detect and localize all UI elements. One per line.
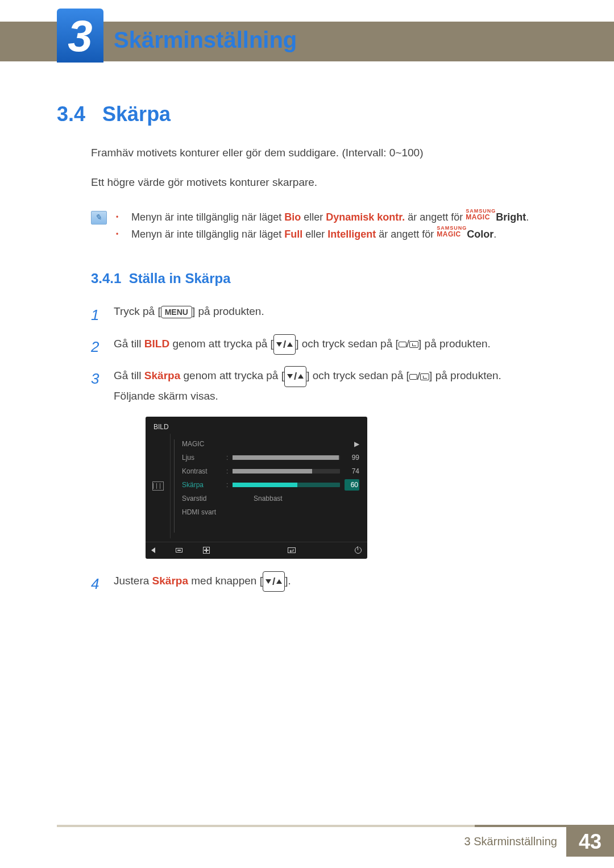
osd-side-icon xyxy=(146,434,171,538)
down-up-buttons-icon: / xyxy=(284,366,306,387)
down-up-buttons-icon: / xyxy=(273,334,296,355)
step-4: 4 Justera Skärpa med knappen [/]. xyxy=(91,568,557,600)
manual-page: 3 Skärminställning 3.4 Skärpa Framhäv mo… xyxy=(0,0,614,868)
samsung-magic-label: SAMSUNGMAGIC xyxy=(437,226,467,238)
osd-screenshot: BILD MAGIC▶Ljus:99Kontrast:74Skärpa:60Sv… xyxy=(146,417,367,559)
note-icon xyxy=(91,211,107,225)
osd-plus-icon xyxy=(203,547,210,554)
section-title: Skärpa xyxy=(102,102,171,126)
footer: 3 Skärminställning 43 xyxy=(0,825,614,857)
osd-back-icon xyxy=(151,547,155,553)
down-up-buttons-icon: / xyxy=(263,571,285,592)
osd-power-icon xyxy=(355,547,362,554)
samsung-magic-label: SAMSUNGMAGIC xyxy=(466,209,496,221)
section-number: 3.4 xyxy=(57,102,85,126)
footer-divider xyxy=(57,825,614,827)
steps-list: 1 Tryck på [MENU] på produkten. 2 Gå til… xyxy=(91,299,557,600)
osd-title: BILD xyxy=(154,421,169,433)
step-1: 1 Tryck på [MENU] på produkten. xyxy=(91,299,557,331)
step-3: 3 Gå till Skärpa genom att trycka på [/]… xyxy=(91,363,557,568)
note-item-2: Menyn är inte tillgänglig när läget Full… xyxy=(116,226,529,243)
note-block: Menyn är inte tillgänglig när läget Bio … xyxy=(91,209,557,243)
footer-chapter-ref: 3 Skärminställning xyxy=(464,835,557,848)
osd-row: SvarstidSnabbast xyxy=(182,492,359,505)
osd-minus-icon xyxy=(176,548,182,553)
chapter-tab: 3 xyxy=(57,9,103,63)
source-enter-icon: / xyxy=(409,370,429,382)
chapter-number: 3 xyxy=(68,14,92,58)
intro-paragraph-1: Framhäv motivets konturer eller gör dem … xyxy=(91,144,557,161)
osd-enter-icon xyxy=(288,547,296,553)
osd-row: Skärpa:60 xyxy=(182,478,359,492)
source-enter-icon: / xyxy=(399,338,418,350)
body: 3.4 Skärpa Framhäv motivets konturer ell… xyxy=(57,102,557,600)
osd-row: Ljus:99 xyxy=(182,451,359,464)
osd-row: MAGIC▶ xyxy=(182,437,359,451)
osd-row: Kontrast:74 xyxy=(182,464,359,478)
step-2: 2 Gå till BILD genom att trycka på [/] o… xyxy=(91,331,557,363)
osd-bottom-icons xyxy=(146,542,367,559)
osd-rows: MAGIC▶Ljus:99Kontrast:74Skärpa:60Svarsti… xyxy=(179,434,367,538)
chapter-title: Skärminställning xyxy=(114,27,297,53)
page-number: 43 xyxy=(579,830,601,854)
section-heading: 3.4 Skärpa xyxy=(57,102,557,126)
footer-page-box: 43 xyxy=(566,827,614,857)
note-list: Menyn är inte tillgänglig när läget Bio … xyxy=(116,209,529,243)
osd-row: HDMI svart xyxy=(182,505,359,519)
menu-button-icon: MENU xyxy=(161,306,192,318)
note-item-1: Menyn är inte tillgänglig när läget Bio … xyxy=(116,209,529,226)
subsection-heading: 3.4.1 Ställa in Skärpa xyxy=(91,271,557,286)
intro-paragraph-2: Ett högre värde gör motivets konturer sk… xyxy=(91,174,557,191)
